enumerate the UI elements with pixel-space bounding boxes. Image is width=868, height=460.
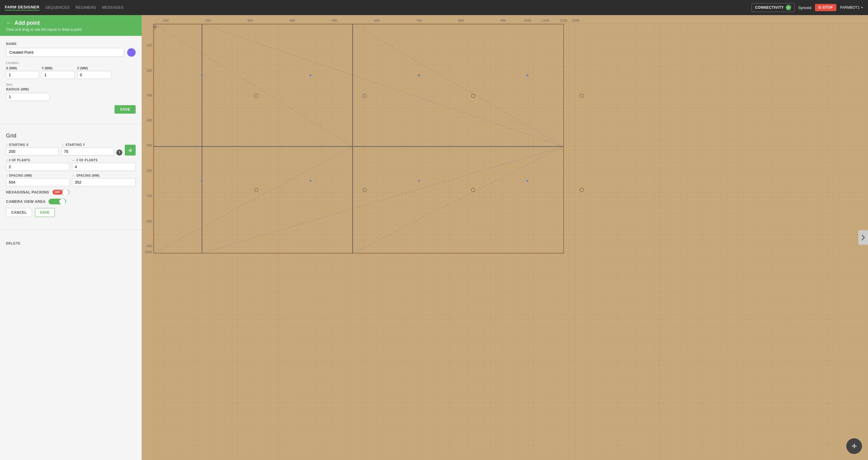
x-coord-group: X (MM): [6, 66, 39, 79]
z-coord-group: Z (MM): [77, 66, 112, 79]
nav-messages[interactable]: MESSAGES: [102, 4, 124, 11]
arrow-right-icon: [61, 143, 64, 147]
y-label: Y (MM): [41, 66, 75, 70]
name-section-label: NAME: [6, 42, 135, 45]
hexagonal-toggle-state: OFF: [53, 190, 62, 194]
plants-x-label: # OF PLANTS: [6, 159, 70, 162]
x-label: X (MM): [6, 66, 39, 70]
spacing-leftright-icon: [72, 174, 75, 177]
point-form: NAME Location X (MM) Y (MM) Z (MM): [0, 36, 142, 120]
leftright-icon: [72, 159, 75, 162]
add-point-subtitle: Click and drag or use the inputs to draw…: [6, 27, 135, 32]
nav-right: CONNECTIVITY Synced E-STOP FARMBOT1: [751, 3, 863, 12]
svg-point-43: [201, 180, 203, 182]
camera-toggle-circle: [59, 198, 65, 205]
svg-point-44: [310, 180, 311, 182]
connectivity-button[interactable]: CONNECTIVITY: [751, 3, 795, 12]
main-layout: ← Add point Click and drag or use the in…: [0, 15, 868, 460]
svg-text:300: 300: [147, 93, 152, 97]
navbar: FARM DESIGNER SEQUENCES REGIMENS MESSAGE…: [0, 0, 868, 15]
svg-text:700: 700: [416, 19, 422, 22]
svg-text:400: 400: [290, 19, 295, 22]
farm-map: 100 200 300 400 500 600 700 800 900 1000…: [142, 15, 868, 460]
chevron-right-icon: [861, 234, 866, 241]
svg-text:1200: 1200: [560, 19, 567, 22]
grid-move-button[interactable]: ⊕: [125, 145, 135, 156]
spacing-x-input[interactable]: [6, 178, 70, 186]
starting-y-label: STARTING Y: [61, 143, 114, 147]
camera-label: CAMERA VIEW AREA: [6, 200, 45, 204]
starting-x-input[interactable]: [6, 147, 59, 156]
hexagonal-toggle[interactable]: OFF: [52, 189, 70, 195]
grid-row-spacing: SPACING (MM) SPACING (MM): [6, 174, 135, 186]
svg-point-46: [527, 180, 528, 182]
starting-x-label: STARTING X: [6, 143, 59, 147]
spacing-y-label: SPACING (MM): [72, 174, 135, 177]
add-point-header: ← Add point Click and drag or use the in…: [0, 15, 142, 36]
svg-text:500: 500: [332, 19, 337, 22]
grid-row-plants: # OF PLANTS # OF PLANTS: [6, 159, 135, 171]
nav-brand[interactable]: FARM DESIGNER: [5, 5, 39, 10]
grid-section: Grid STARTING X STARTING Y: [0, 128, 142, 226]
coordinates-row: X (MM) Y (MM) Z (MM): [6, 66, 135, 79]
nav-sequences[interactable]: SEQUENCES: [45, 4, 70, 11]
map-nav-arrow-right[interactable]: [858, 230, 868, 245]
svg-text:200: 200: [205, 19, 211, 22]
size-label: Size: [6, 83, 135, 86]
delete-section: DELETE: [0, 234, 142, 250]
hexagonal-toggle-circle: [62, 189, 68, 195]
svg-text:400: 400: [147, 119, 152, 122]
grid-row-starting: STARTING X STARTING Y ? ⊕: [6, 143, 135, 156]
color-picker[interactable]: [127, 48, 135, 57]
section-divider-1: [0, 124, 142, 124]
arrow-down-icon: [6, 143, 8, 147]
cancel-button[interactable]: CANCEL: [6, 208, 32, 217]
name-input[interactable]: [6, 48, 124, 57]
y-coord-group: Y (MM): [41, 66, 75, 79]
back-arrow-icon[interactable]: ←: [6, 20, 11, 26]
crosshair-icon: ✛: [852, 442, 857, 450]
location-label: Location: [6, 61, 135, 64]
svg-text:900: 900: [147, 244, 152, 248]
svg-point-40: [310, 74, 311, 76]
estop-button[interactable]: E-STOP: [815, 4, 836, 11]
farmbot-selector[interactable]: FARMBOT1: [840, 5, 863, 10]
synced-status: Synced: [798, 5, 811, 10]
point-save-button[interactable]: SAVE: [115, 105, 135, 114]
svg-text:700: 700: [147, 194, 152, 198]
help-icon[interactable]: ?: [116, 150, 122, 156]
svg-text:1100: 1100: [542, 19, 549, 22]
z-label: Z (MM): [77, 66, 112, 70]
spacing-y-input[interactable]: [72, 178, 135, 186]
svg-rect-2: [153, 24, 868, 460]
svg-text:600: 600: [147, 169, 152, 173]
camera-toggle[interactable]: ON: [49, 198, 66, 204]
svg-point-42: [527, 74, 528, 76]
svg-text:1300: 1300: [572, 19, 579, 22]
plants-x-input[interactable]: [6, 163, 70, 171]
svg-text:100: 100: [147, 43, 152, 47]
x-input[interactable]: [6, 71, 39, 79]
svg-text:100: 100: [163, 19, 168, 22]
hexagonal-row: HEXAGONAL PACKING OFF: [6, 189, 135, 195]
starting-y-group: STARTING Y: [61, 143, 114, 156]
nav-regimens[interactable]: REGIMENS: [76, 4, 96, 11]
plants-y-label: # OF PLANTS: [72, 159, 135, 162]
svg-text:300: 300: [247, 19, 253, 22]
plants-y-input[interactable]: [72, 163, 135, 171]
grid-save-button[interactable]: SAVE: [35, 208, 55, 217]
svg-text:1000: 1000: [145, 250, 152, 254]
svg-text:500: 500: [147, 144, 152, 147]
starting-y-input[interactable]: [61, 147, 114, 156]
z-input[interactable]: [77, 71, 112, 79]
y-input[interactable]: [41, 71, 75, 79]
hexagonal-label: HEXAGONAL PACKING: [6, 190, 49, 194]
svg-text:800: 800: [458, 19, 464, 22]
spacing-x-label: SPACING (MM): [6, 174, 70, 177]
svg-point-41: [418, 74, 420, 76]
map-area[interactable]: 100 200 300 400 500 600 700 800 900 1000…: [142, 15, 868, 460]
radius-input[interactable]: [6, 93, 50, 101]
plants-x-group: # OF PLANTS: [6, 159, 70, 171]
move-crosshair-button[interactable]: ✛: [846, 438, 862, 454]
svg-text:600: 600: [374, 19, 379, 22]
